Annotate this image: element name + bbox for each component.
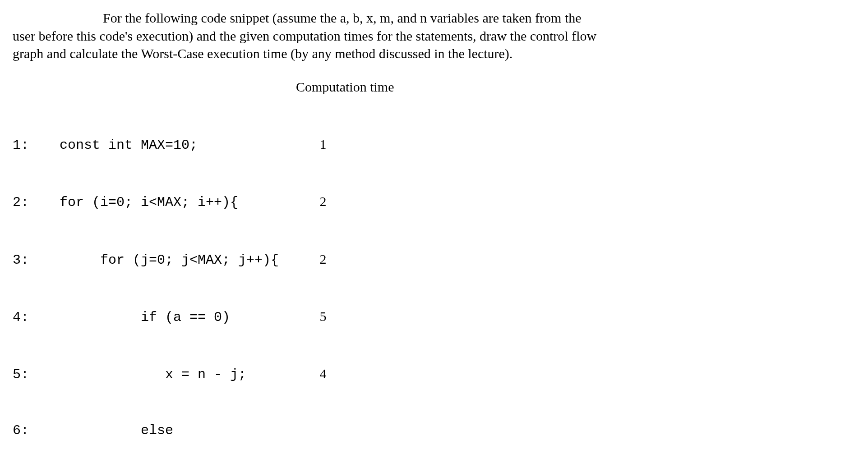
question-line-2: user before this code's execution) and t… bbox=[13, 28, 596, 43]
code-text: for (j=0; j<MAX; j++){ bbox=[43, 251, 296, 270]
question-text: For the following code snippet (assume t… bbox=[13, 9, 855, 63]
computation-time: 4 bbox=[296, 364, 350, 383]
code-block: 1: const int MAX=10; 1 2: for (i=0; i<MA… bbox=[13, 97, 855, 449]
computation-time-heading-row: Computation time bbox=[13, 78, 855, 96]
code-row: 1: const int MAX=10; 1 bbox=[13, 135, 855, 155]
line-number: 4: bbox=[13, 308, 43, 327]
line-number: 6: bbox=[13, 422, 43, 440]
code-text: const int MAX=10; bbox=[43, 136, 296, 155]
code-text: for (i=0; i<MAX; i++){ bbox=[43, 193, 296, 212]
computation-time: 5 bbox=[296, 307, 350, 325]
code-text: x = n - j; bbox=[43, 366, 296, 384]
line-number: 1: bbox=[13, 136, 43, 155]
computation-time-heading: Computation time bbox=[296, 79, 394, 94]
computation-time: 1 bbox=[296, 135, 350, 153]
code-row: 2: for (i=0; i<MAX; i++){ 2 bbox=[13, 192, 855, 212]
code-text: else bbox=[43, 422, 296, 440]
code-row: 4: if (a == 0) 5 bbox=[13, 307, 855, 327]
computation-time: 2 bbox=[296, 250, 350, 268]
line-number: 5: bbox=[13, 366, 43, 384]
line-number: 2: bbox=[13, 193, 43, 212]
computation-time: 2 bbox=[296, 192, 350, 211]
code-text: if (a == 0) bbox=[43, 308, 296, 327]
line-number: 3: bbox=[13, 251, 43, 270]
question-line-1: For the following code snippet (assume t… bbox=[103, 10, 582, 25]
question-line-3: graph and calculate the Worst-Case execu… bbox=[13, 46, 512, 61]
code-row: 5: x = n - j; 4 bbox=[13, 364, 855, 384]
code-row: 6: else bbox=[13, 422, 855, 440]
code-row: 3: for (j=0; j<MAX; j++){ 2 bbox=[13, 250, 855, 270]
page: For the following code snippet (assume t… bbox=[0, 0, 868, 449]
